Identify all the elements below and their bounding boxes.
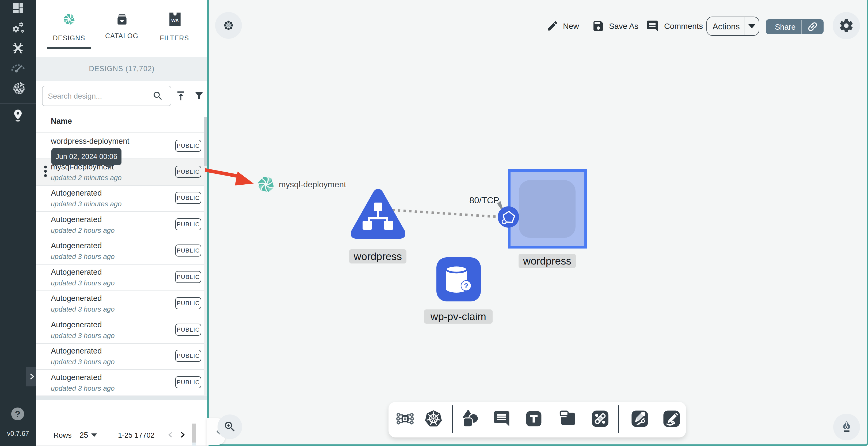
svg-text:WA: WA	[171, 18, 179, 23]
svg-text:?: ?	[464, 282, 468, 290]
